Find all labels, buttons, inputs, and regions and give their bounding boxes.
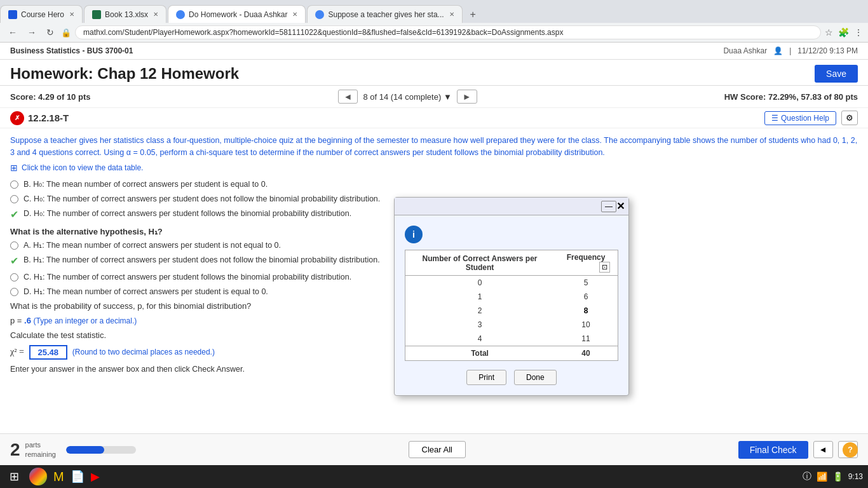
radio-alt-d[interactable] [10, 288, 18, 296]
question-id: 12.2.18-T [28, 112, 69, 123]
question-nav-label: 8 of 14 (14 complete) ▼ [363, 92, 451, 102]
tab-close-course-hero[interactable]: ✕ [69, 11, 74, 18]
question-label-row: ✗ 12.2.18-T ☰ Question Help ⚙ [0, 108, 868, 128]
next-question-button[interactable]: ► [457, 90, 477, 104]
datetime: 11/12/20 9:13 PM [797, 46, 858, 55]
modal-done-button[interactable]: Done [514, 370, 557, 384]
dropdown-icon[interactable]: ▼ [444, 92, 452, 102]
option-alt-d-label: D. H₁: The mean number of correct answer… [24, 287, 268, 296]
modal-footer: Print Done [405, 370, 618, 384]
question-id-area: ✗ 12.2.18-T [10, 111, 69, 125]
hw-score-label: HW Score: [724, 92, 766, 102]
table-cell-answers-3: 3 [405, 318, 555, 332]
option-null-c-label: C. H₀: The number of correct answers per… [24, 194, 380, 203]
back-button[interactable]: ← [5, 26, 20, 39]
table-cell-answers-1: 1 [405, 290, 555, 304]
tab-label-book: Book 13.xlsx [105, 10, 148, 19]
help-list-icon: ☰ [771, 114, 778, 123]
save-button[interactable]: Save [815, 65, 858, 83]
table-cell-freq-0: 5 [554, 276, 618, 290]
score-value: 4.29 of 10 pts [38, 92, 90, 102]
course-label: Business Statistics - BUS 3700-01 [10, 46, 133, 55]
table-total-freq: 40 [554, 346, 618, 361]
p-value: .6 [24, 316, 31, 325]
table-cell-freq-3: 10 [554, 318, 618, 332]
modal-minimize-button[interactable]: — [601, 201, 616, 212]
hw-score-display: HW Score: 72.29%, 57.83 of 80 pts [724, 92, 858, 102]
table-cell-answers-2: 2 [405, 304, 555, 318]
modal-titlebar: — ✕ [395, 198, 628, 215]
table-row: 0 5 [405, 276, 618, 290]
tab-homework[interactable]: Do Homework - Duaa Ashkar ✕ [168, 5, 306, 23]
radio-alt-c[interactable] [10, 273, 18, 281]
table-col1-header: Number of Correct Answers per Student [405, 250, 555, 276]
hw-title-row: Homework: Chap 12 Homework Save [0, 60, 868, 86]
click-table-text: Click the icon to view the data table. [22, 163, 143, 172]
question-status-icon: ✗ [10, 111, 24, 125]
question-help-button[interactable]: ☰ Question Help [764, 111, 836, 125]
table-cell-freq-4: 11 [554, 332, 618, 346]
tab-label-homework: Do Homework - Duaa Ashkar [189, 10, 287, 19]
radio-null-b[interactable] [10, 180, 18, 189]
modal-info-icon: i [405, 226, 423, 243]
tab-icon-suppose [315, 10, 324, 19]
chrome-menu-icon[interactable]: ⋮ [854, 27, 863, 37]
modal-print-button[interactable]: Print [466, 370, 506, 384]
browser-ext-icon[interactable]: 🧩 [838, 27, 849, 37]
modal-body: i Number of Correct Answers per Student … [395, 215, 628, 384]
click-table-link[interactable]: ⊞ Click the icon to view the data table. [10, 163, 858, 173]
table-row: 3 10 [405, 318, 618, 332]
forward-button[interactable]: → [24, 26, 39, 39]
tab-suppose[interactable]: Suppose a teacher gives her sta... ✕ [307, 5, 462, 23]
tab-label-suppose: Suppose a teacher gives her sta... [328, 10, 444, 19]
tab-close-suppose[interactable]: ✕ [449, 11, 454, 18]
p-eq-label: p = [10, 316, 22, 325]
tab-icon-course-hero [8, 10, 17, 19]
new-tab-button[interactable]: + [464, 6, 482, 23]
tab-course-hero[interactable]: Course Hero ✕ [0, 5, 83, 23]
option-null-d-label: D. H₀: The number of correct answers per… [24, 208, 351, 218]
bookmark-icon[interactable]: ☆ [825, 27, 833, 37]
score-label: Score: [10, 92, 36, 102]
table-row: 1 6 [405, 290, 618, 304]
option-null-b: B. H₀: The mean number of correct answer… [10, 179, 858, 189]
chi-note: (Round to two decimal places as needed.) [72, 348, 215, 356]
table-cell-answers-4: 4 [405, 332, 555, 346]
hw-score-value: 72.29%, 57.83 of 80 pts [768, 92, 858, 102]
table-total-row: Total 40 [405, 346, 618, 361]
chi-sq-value: 25.48 [29, 345, 67, 360]
option-alt-b-label: B. H₁: The number of correct answers per… [24, 255, 380, 264]
table-cell-freq-2: 8 [554, 304, 618, 318]
app-header: Business Statistics - BUS 3700-01 Duaa A… [0, 43, 868, 60]
hw-title: Homework: Chap 12 Homework [10, 65, 239, 83]
radio-null-c[interactable] [10, 195, 18, 203]
tab-label-course-hero: Course Hero [21, 10, 64, 19]
table-total-label: Total [405, 346, 555, 361]
modal-close-button[interactable]: ✕ [616, 200, 625, 212]
question-text: Suppose a teacher gives her statistics c… [10, 135, 858, 159]
tab-icon-homework [176, 10, 185, 19]
radio-alt-a[interactable] [10, 241, 18, 250]
settings-button[interactable]: ⚙ [841, 111, 858, 125]
tab-close-book[interactable]: ✕ [153, 11, 158, 18]
option-null-b-label: B. H₀: The mean number of correct answer… [24, 179, 268, 189]
tab-book[interactable]: Book 13.xlsx ✕ [84, 5, 166, 23]
prev-question-button[interactable]: ◄ [338, 90, 358, 104]
correct-check-icon: ✔ [10, 208, 18, 220]
table-row: 4 11 [405, 332, 618, 346]
score-display: Score: 4.29 of 10 pts [10, 92, 90, 102]
reload-button[interactable]: ↻ [43, 26, 57, 39]
address-bar[interactable] [75, 25, 821, 39]
table-expand-button[interactable]: ⊡ [599, 262, 610, 273]
user-name: Duaa Ashkar [723, 46, 767, 55]
tab-close-homework[interactable]: ✕ [292, 11, 297, 18]
p-note: (Type an integer or a decimal.) [34, 316, 137, 325]
header-separator: | [789, 46, 791, 55]
correct-check-alt-icon: ✔ [10, 255, 18, 267]
lock-icon: 🔒 [61, 28, 71, 37]
chi-symbol: χ² = [10, 347, 24, 357]
question-nav: ◄ 8 of 14 (14 complete) ▼ ► [338, 90, 477, 104]
option-alt-c-label: C. H₁: The number of correct answers per… [24, 272, 351, 281]
question-actions: ☰ Question Help ⚙ [764, 111, 858, 125]
data-table-modal: — ✕ i Number of Correct Answers per Stud… [394, 197, 629, 384]
